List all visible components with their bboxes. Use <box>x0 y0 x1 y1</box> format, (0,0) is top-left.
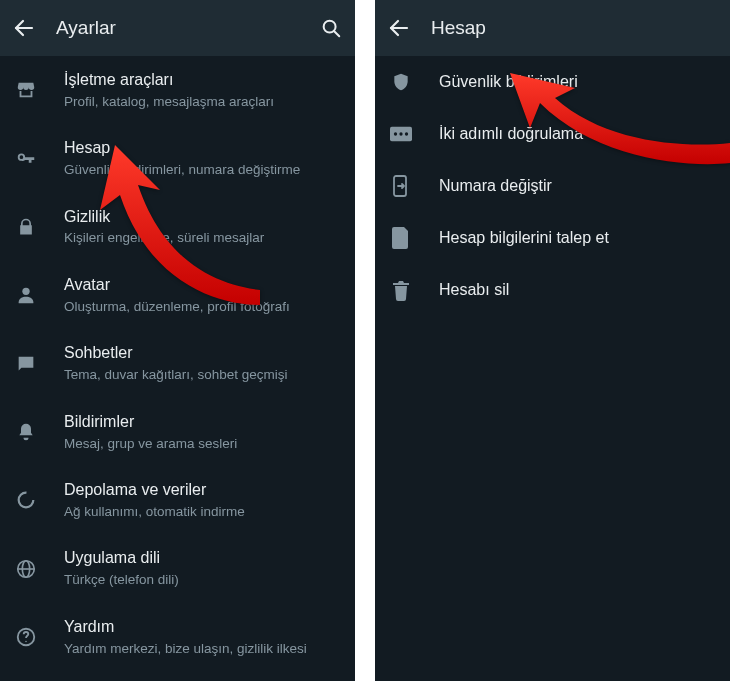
settings-item-help[interactable]: Yardım Yardım merkezi, bize ulaşın, gizl… <box>0 603 355 671</box>
svg-point-3 <box>22 288 29 295</box>
item-label: Yardım <box>64 617 341 638</box>
arrow-left-icon <box>387 16 411 40</box>
settings-item-app-language[interactable]: Uygulama dili Türkçe (telefon dili) <box>0 534 355 602</box>
account-item-delete-account[interactable]: Hesabı sil <box>375 264 730 316</box>
item-label: Gizlilik <box>64 207 341 228</box>
svg-point-14 <box>394 132 397 135</box>
bell-icon <box>14 420 38 444</box>
item-label: Hesap <box>64 138 341 159</box>
account-screen: Hesap Güvenlik bildirimleri İki adımlı d… <box>375 0 730 681</box>
item-label: Bildirimler <box>64 412 341 433</box>
lock-icon <box>14 215 38 239</box>
item-label: Hesap bilgilerini talep et <box>439 228 716 249</box>
appbar: Hesap <box>375 0 730 56</box>
search-button[interactable] <box>319 16 343 40</box>
account-item-two-step[interactable]: İki adımlı doğrulama <box>375 108 730 160</box>
data-usage-icon <box>14 488 38 512</box>
settings-item-business-tools[interactable]: İşletme araçları Profil, katalog, mesajl… <box>0 56 355 124</box>
account-item-request-info[interactable]: Hesap bilgilerini talep et <box>375 212 730 264</box>
pin-icon <box>389 122 413 146</box>
item-label: Numara değiştir <box>439 176 716 197</box>
item-label: Avatar <box>64 275 341 296</box>
item-sub: Ağ kullanımı, otomatik indirme <box>64 503 341 521</box>
svg-point-15 <box>399 132 402 135</box>
item-label: İşletme araçları <box>64 70 341 91</box>
store-icon <box>14 78 38 102</box>
settings-item-chats[interactable]: Sohbetler Tema, duvar kağıtları, sohbet … <box>0 329 355 397</box>
search-icon <box>320 17 342 39</box>
trash-icon <box>389 278 413 302</box>
chat-icon <box>14 352 38 376</box>
svg-point-9 <box>25 641 26 642</box>
item-sub: Oluşturma, düzenleme, profil fotoğrafı <box>64 298 341 316</box>
item-sub: Kişileri engelleme, süreli mesajlar <box>64 229 341 247</box>
item-label: Hesabı sil <box>439 280 716 301</box>
settings-item-notifications[interactable]: Bildirimler Mesaj, grup ve arama sesleri <box>0 398 355 466</box>
settings-list: İşletme araçları Profil, katalog, mesajl… <box>0 56 355 681</box>
appbar-title: Ayarlar <box>56 17 299 39</box>
item-label: Güvenlik bildirimleri <box>439 72 716 93</box>
svg-line-2 <box>334 31 339 36</box>
item-label: Uygulama dili <box>64 548 341 569</box>
document-icon <box>389 226 413 250</box>
appbar-title: Hesap <box>431 17 718 39</box>
item-sub: Mesaj, grup ve arama sesleri <box>64 435 341 453</box>
account-item-change-number[interactable]: Numara değiştir <box>375 160 730 212</box>
settings-item-storage[interactable]: Depolama ve veriler Ağ kullanımı, otomat… <box>0 466 355 534</box>
svg-point-16 <box>405 132 408 135</box>
avatar-icon <box>14 283 38 307</box>
settings-item-account[interactable]: Hesap Güvenlik bildirimleri, numara deği… <box>0 124 355 192</box>
arrow-left-icon <box>12 16 36 40</box>
help-icon <box>14 625 38 649</box>
item-label: Sohbetler <box>64 343 341 364</box>
item-sub: Türkçe (telefon dili) <box>64 571 341 589</box>
back-button[interactable] <box>12 16 36 40</box>
back-button[interactable] <box>387 16 411 40</box>
settings-item-avatar[interactable]: Avatar Oluşturma, düzenleme, profil foto… <box>0 261 355 329</box>
item-sub: Tema, duvar kağıtları, sohbet geçmişi <box>64 366 341 384</box>
item-sub: Yardım merkezi, bize ulaşın, gizlilik il… <box>64 640 341 658</box>
shield-icon <box>389 70 413 94</box>
svg-point-4 <box>19 493 34 508</box>
phone-swap-icon <box>389 174 413 198</box>
settings-item-privacy[interactable]: Gizlilik Kişileri engelleme, süreli mesa… <box>0 193 355 261</box>
settings-item-invite[interactable]: Kişi davet et <box>0 671 355 681</box>
settings-screen: Ayarlar İşletme araçları Profil, katalog… <box>0 0 355 681</box>
item-sub: Güvenlik bildirimleri, numara değiştirme <box>64 161 341 179</box>
appbar: Ayarlar <box>0 0 355 56</box>
account-list: Güvenlik bildirimleri İki adımlı doğrula… <box>375 56 730 681</box>
key-icon <box>14 147 38 171</box>
item-sub: Profil, katalog, mesajlaşma araçları <box>64 93 341 111</box>
globe-icon <box>14 557 38 581</box>
item-label: Depolama ve veriler <box>64 480 341 501</box>
item-label: İki adımlı doğrulama <box>439 124 716 145</box>
account-item-security-notifications[interactable]: Güvenlik bildirimleri <box>375 56 730 108</box>
